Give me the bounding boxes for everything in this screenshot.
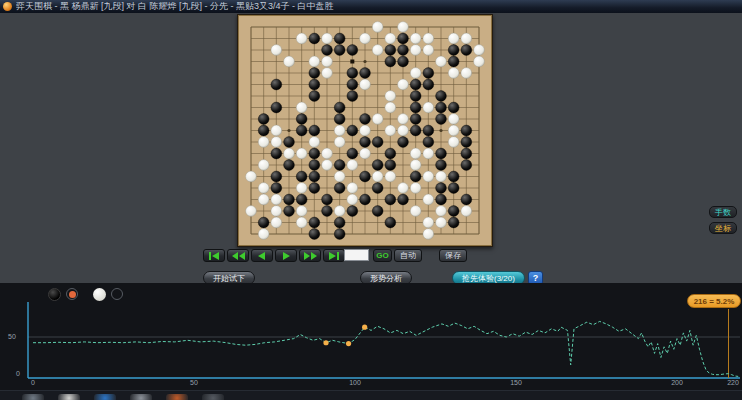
black-stone bbox=[309, 91, 320, 102]
white-stone bbox=[461, 68, 472, 79]
save-button[interactable]: 保存 bbox=[439, 249, 467, 262]
fast-back-button[interactable] bbox=[227, 249, 249, 262]
key-move-dot[interactable] bbox=[323, 340, 328, 345]
white-stone bbox=[322, 56, 333, 67]
black-stone bbox=[448, 183, 459, 194]
black-stone bbox=[271, 79, 282, 90]
black-stone bbox=[410, 102, 421, 113]
app-icon-4[interactable] bbox=[166, 394, 188, 400]
black-stone bbox=[461, 137, 472, 148]
start-icon[interactable] bbox=[22, 394, 44, 400]
white-stone bbox=[423, 194, 434, 205]
black-stone bbox=[398, 56, 409, 67]
black-stone bbox=[309, 217, 320, 228]
black-stone bbox=[347, 91, 358, 102]
app-icon-2[interactable] bbox=[94, 394, 116, 400]
black-stone bbox=[347, 125, 358, 136]
app-icon-1[interactable] bbox=[58, 394, 80, 400]
black-stone bbox=[271, 183, 282, 194]
black-stone bbox=[436, 148, 447, 159]
last-move-button[interactable] bbox=[323, 249, 345, 262]
black-stone bbox=[284, 206, 295, 217]
black-stone bbox=[461, 148, 472, 159]
white-stone bbox=[423, 171, 434, 182]
x-tick-label: 150 bbox=[510, 379, 522, 386]
windows-taskbar[interactable] bbox=[0, 390, 742, 400]
black-stone bbox=[258, 217, 269, 228]
white-stone bbox=[296, 217, 307, 228]
white-stone bbox=[423, 148, 434, 159]
move-number-input[interactable] bbox=[344, 249, 369, 261]
white-stone bbox=[385, 171, 396, 182]
white-stone bbox=[271, 206, 282, 217]
black-stone bbox=[436, 114, 447, 125]
black-stone bbox=[398, 45, 409, 56]
move-marker bbox=[350, 60, 354, 64]
white-stone bbox=[423, 33, 434, 44]
first-move-button[interactable] bbox=[203, 249, 225, 262]
white-stone bbox=[423, 229, 434, 240]
app-icon-3[interactable] bbox=[130, 394, 152, 400]
skip-to-end-icon bbox=[328, 252, 340, 260]
x-tick-label: 220 bbox=[727, 379, 739, 386]
white-stone bbox=[258, 137, 269, 148]
black-stone bbox=[410, 91, 421, 102]
key-move-dot[interactable] bbox=[346, 341, 351, 346]
white-stone bbox=[246, 171, 257, 182]
back-button[interactable] bbox=[251, 249, 273, 262]
black-stone bbox=[258, 114, 269, 125]
white-stone bbox=[271, 125, 282, 136]
black-stone bbox=[398, 137, 409, 148]
black-stone bbox=[461, 194, 472, 205]
white-stone bbox=[271, 137, 282, 148]
black-stone bbox=[309, 68, 320, 79]
white-stone bbox=[410, 183, 421, 194]
black-stone bbox=[436, 160, 447, 171]
black-stone bbox=[347, 68, 358, 79]
auto-play-button[interactable]: 自动 bbox=[394, 249, 422, 262]
black-stone bbox=[423, 125, 434, 136]
move-numbers-toggle[interactable]: 手数 bbox=[709, 206, 737, 218]
white-stone bbox=[410, 45, 421, 56]
black-stone bbox=[271, 171, 282, 182]
white-stone bbox=[309, 137, 320, 148]
coordinates-toggle[interactable]: 坐标 bbox=[709, 222, 737, 234]
black-stone bbox=[398, 194, 409, 205]
black-stone bbox=[334, 114, 345, 125]
white-stone bbox=[360, 125, 371, 136]
white-stone bbox=[296, 206, 307, 217]
x-tick-label: 0 bbox=[31, 379, 35, 386]
forward-button[interactable] bbox=[275, 249, 297, 262]
app-icon-5[interactable] bbox=[202, 394, 224, 400]
white-stone bbox=[271, 217, 282, 228]
black-stone bbox=[385, 56, 396, 67]
black-stone bbox=[436, 102, 447, 113]
black-stone bbox=[334, 160, 345, 171]
black-stone bbox=[334, 229, 345, 240]
y-tick-label-50: 50 bbox=[8, 333, 16, 340]
playback-controls: GO 自动 保存 bbox=[0, 249, 742, 263]
black-stone bbox=[309, 229, 320, 240]
black-stone bbox=[347, 206, 358, 217]
black-stone bbox=[309, 171, 320, 182]
white-stone bbox=[296, 183, 307, 194]
key-move-dot[interactable] bbox=[362, 325, 367, 330]
black-stone bbox=[385, 194, 396, 205]
go-board[interactable] bbox=[237, 14, 493, 247]
go-board-canvas[interactable] bbox=[238, 15, 492, 246]
fast-backward-icon bbox=[232, 252, 245, 260]
black-stone bbox=[271, 148, 282, 159]
black-stone bbox=[372, 183, 383, 194]
black-stone bbox=[360, 68, 371, 79]
white-stone bbox=[334, 206, 345, 217]
black-stone bbox=[448, 206, 459, 217]
white-stone bbox=[372, 22, 383, 33]
fast-forward-button[interactable] bbox=[299, 249, 321, 262]
white-stone bbox=[347, 160, 358, 171]
winrate-chart[interactable] bbox=[0, 283, 742, 390]
fast-forward-icon bbox=[304, 252, 317, 260]
black-stone bbox=[398, 33, 409, 44]
go-button[interactable]: GO bbox=[373, 249, 392, 262]
black-stone bbox=[322, 194, 333, 205]
winrate-graph-panel: 050100150200220500 216 = 5.2% bbox=[0, 283, 742, 400]
